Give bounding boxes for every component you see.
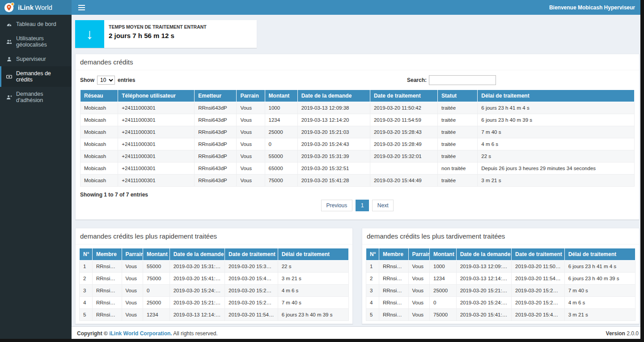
table-cell: RRnsi643dP [92,297,122,309]
table-cell: Vous [122,297,143,309]
column-header[interactable]: Réseau [80,90,118,102]
column-header[interactable]: Membre [379,248,408,261]
table-cell: 3 [80,285,93,297]
table-cell: 2019-03-13 12:09:38 [297,102,370,114]
column-header[interactable]: Date de traitement [512,248,565,261]
table-cell: +24111000301 [118,114,195,126]
table-row: 1RRnsi643dPVous550002019-03-20 15:31:392… [80,261,349,273]
column-header[interactable]: Montant [143,248,170,261]
column-header[interactable]: Date de traitement [225,248,278,261]
page-1-button[interactable]: 1 [356,200,369,211]
sidebar-item-demandes-adhesion[interactable]: Demandes d'adhésion [0,87,72,107]
search-input[interactable] [429,75,496,85]
column-header[interactable]: Date de la demande [169,248,225,261]
sidebar-item-label: Utilisateurs géolocalisés [16,35,68,48]
company-link[interactable]: iLink World Corporation. [109,330,172,337]
table-cell: traitée [438,102,478,114]
table-cell: Vous [408,297,430,309]
table-header-row: RéseauTéléphone utilisateurEmetteurParra… [80,90,635,102]
table-cell: 2019-03-20 15:31:39 [297,150,370,162]
column-header[interactable]: Statut [438,90,478,102]
table-cell: 2019-03-20 15:21:03 [169,297,225,309]
brand-logo[interactable]: iLinkWorld [0,0,72,15]
table-cell: Vous [237,114,265,126]
hamburger-icon [78,5,85,10]
column-header[interactable]: N° [80,248,93,261]
table-cell: +24111000301 [118,175,195,187]
next-page-button[interactable]: Next [372,200,394,211]
sidebar-item-tableau-de-bord[interactable]: Tableau de bord [0,17,72,31]
table-row: Mobicash+24111000301RRnsi643dPVous650002… [80,162,635,175]
column-header[interactable]: Délai de traitement [564,248,635,261]
table-cell: traitée [438,114,478,126]
column-header[interactable]: Date de traitement [370,90,437,102]
table-cell: +24111000301 [118,138,195,150]
horizontal-scrollbar[interactable] [0,339,644,342]
slowest-processed-table: N°MembreParrainMontantDate de la demande… [366,248,636,321]
table-cell: 2019-03-20 15:31:39 [169,261,225,273]
sidebar-item-utilisateurs-geolocalises[interactable]: Utilisateurs géolocalisés [0,31,72,52]
column-header[interactable]: Téléphone utilisateur [118,90,195,102]
table-cell: 2 [80,273,93,285]
search-label: Search: [407,77,427,83]
column-header[interactable]: Parrain [408,248,430,261]
column-header[interactable]: Montant [265,90,297,102]
table-cell: 2019-03-20 11:54:59 [370,114,437,126]
table-cell: 2019-03-20 11:50:42 [512,261,565,273]
column-header[interactable]: Délai de traitement [478,90,635,102]
copyright-text: Copyright © [77,330,108,337]
sidebar-item-superviseur[interactable]: Superviseur [0,52,72,66]
previous-page-button[interactable]: Previous [321,200,353,211]
sidebar-toggle-button[interactable] [72,0,91,15]
table-cell: 55000 [143,261,170,273]
column-header[interactable]: Parrain [122,248,143,261]
entries-label: entries [118,77,135,83]
table-cell: 2019-03-20 15:28:49 [512,297,565,309]
table-row: Mobicash+24111000301RRnsi643dPVous100020… [80,102,635,114]
table-cell: Vous [122,309,143,321]
table-cell: 6 jours 23 h 41 m 4 s [478,102,635,114]
table-cell: 4 m 6 s [564,297,635,309]
table-cell: 7 m 40 s [564,285,635,297]
table-cell: 2019-03-13 12:14:20 [456,273,511,285]
welcome-message[interactable]: Bienvenue Mobicash Hyperviseur [549,4,644,11]
table-cell: 7 m 40 s [478,126,635,138]
table-cell: 5 [80,309,93,321]
column-header[interactable]: Date de la demande [297,90,370,102]
table-cell: 6 jours 23 h 40 m 39 s [478,114,635,126]
column-header[interactable]: Parrain [237,90,265,102]
column-header[interactable]: Montant [430,248,457,261]
table-cell: 2019-03-20 15:44:49 [512,309,565,321]
table-cell: RRnsi643dP [92,285,122,297]
column-header[interactable]: Date de la demande [456,248,511,261]
table-cell: Mobicash [80,150,118,162]
table-cell: Vous [237,150,265,162]
column-header[interactable]: Emetteur [195,90,237,102]
table-cell: 6 jours 23 h 40 m 39 s [564,273,635,285]
table-cell: traitée [438,126,478,138]
table-cell: 2019-03-20 15:28:49 [225,285,278,297]
version-label: Version [606,330,625,337]
panel-title: demandes crédits les plus tardivement tr… [362,228,639,244]
column-header[interactable]: Délai de traitement [278,248,348,261]
table-cell: +24111000301 [118,162,195,175]
table-cell: 1234 [143,309,170,321]
table-cell [370,162,437,175]
table-row: 2RRnsi643dPVous12342019-03-13 12:14:2020… [366,273,636,285]
table-cell: RRnsi643dP [195,175,237,187]
table-cell: 1 [80,261,93,273]
table-cell: Depuis 26 jours 3 heures 29 minutes 34 s… [478,162,635,175]
vertical-scrollbar[interactable] [640,0,644,342]
table-cell: Vous [237,126,265,138]
table-header-row: N°MembreParrainMontantDate de la demande… [80,248,349,261]
table-row: 3RRnsi643dPVous02019-03-20 15:24:432019-… [80,285,349,297]
table-cell: Vous [237,138,265,150]
page-length-select[interactable]: 10 [97,76,115,85]
table-cell: 2019-03-20 15:24:43 [297,138,370,150]
column-header[interactable]: N° [366,248,379,261]
table-cell: Vous [122,261,143,273]
table-cell: traitée [438,150,478,162]
table-cell: RRnsi643dP [195,102,237,114]
column-header[interactable]: Membre [92,248,122,261]
sidebar-item-demandes-de-credits[interactable]: Demandes de crédits [0,66,72,87]
